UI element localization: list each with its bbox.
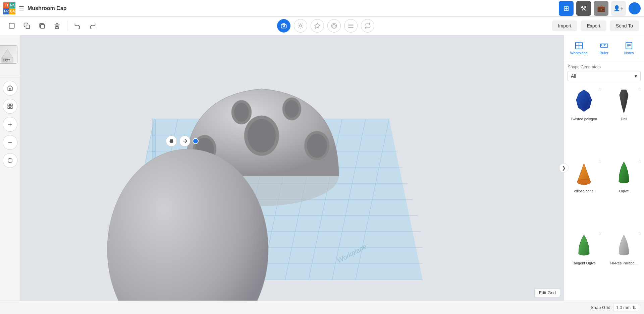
svg-rect-3 (41, 24, 45, 28)
copy-button[interactable] (20, 19, 34, 33)
view-cube-area: LEFT (0, 39, 22, 77)
ruler-button[interactable]: Ruler (592, 39, 616, 58)
star-button-3[interactable]: ☆ (598, 159, 602, 164)
notes-button[interactable]: Notes (617, 39, 641, 58)
shape-gen-value: All (571, 73, 576, 79)
viewport[interactable]: Workplane Edit Grid (20, 35, 564, 301)
shape-item-twisted-polygon[interactable]: ☆ Twisted polygon (564, 84, 604, 156)
svg-point-72 (234, 103, 249, 122)
left-sidebar: LEFT (0, 35, 20, 301)
shape-generators-header: Shape Generators (564, 61, 644, 71)
shape-name-hi-res-parabo: Hi-Res Parabo... (610, 261, 638, 265)
fit-view-button[interactable] (3, 99, 17, 114)
camera-view-button[interactable] (277, 19, 290, 33)
shape-name-ogive: Ogive (619, 189, 629, 193)
shape-thumb-ellipse-cone (571, 160, 597, 187)
snap-arrows-icon: ⇅ (632, 305, 636, 310)
svg-point-4 (283, 25, 284, 27)
svg-point-85 (193, 138, 198, 144)
shape-thumb-tangent-ogive (571, 232, 597, 259)
shape-name-drill: Drill (621, 117, 627, 121)
shape-thumb-ogive (610, 160, 637, 187)
shape-item-drill[interactable]: ☆ Drill (604, 84, 644, 156)
chevron-down-icon: ▾ (635, 73, 637, 79)
panel-collapse-button[interactable]: ❯ (559, 163, 569, 173)
svg-point-16 (331, 23, 336, 28)
circle-button[interactable] (327, 19, 341, 33)
toolbar-center-tools (101, 19, 550, 33)
right-panel: ❯ Workplane Ruler (564, 35, 644, 301)
toolbar-separator-1 (67, 21, 67, 31)
star-button-2[interactable]: ☆ (638, 86, 642, 92)
svg-point-70 (307, 134, 327, 158)
shape-item-ogive[interactable]: ☆ Ogive (604, 156, 644, 229)
isometric-button[interactable] (3, 153, 17, 168)
import-button[interactable]: Import (552, 20, 578, 31)
star-button-4[interactable]: ☆ (638, 159, 642, 164)
star-button-6[interactable]: ☆ (638, 231, 642, 236)
grid-view-icon[interactable]: ⊞ (559, 1, 574, 16)
light-button[interactable] (294, 19, 307, 33)
shape-item-hi-res-parabo[interactable]: ☆ Hi-Res Parabo... (604, 229, 644, 301)
home-button[interactable] (3, 81, 17, 96)
cube-box: LEFT (0, 45, 17, 64)
add-user-icon[interactable]: 👤+ (611, 1, 626, 16)
svg-rect-0 (9, 23, 14, 28)
svg-rect-27 (8, 107, 9, 109)
svg-point-6 (300, 25, 302, 27)
star-button-5[interactable]: ☆ (598, 231, 602, 236)
redo-button[interactable] (86, 19, 99, 33)
avatar-icon[interactable]: 👤 (629, 2, 641, 14)
svg-marker-21 (2, 50, 13, 58)
shape-button[interactable] (311, 19, 324, 33)
svg-point-74 (285, 100, 299, 118)
snap-value: 1.0 mm (616, 305, 631, 310)
edit-grid-button[interactable]: Edit Grid (534, 288, 560, 297)
star-button-1[interactable]: ☆ (598, 86, 602, 92)
view-cube[interactable]: LEFT (0, 45, 22, 70)
svg-rect-1 (26, 25, 30, 29)
svg-rect-25 (8, 104, 9, 106)
svg-text:LEFT: LEFT (3, 59, 10, 62)
shapes-grid: ☆ Twisted polygon (564, 84, 644, 301)
bottom-right-controls: Snap Grid 1.0 mm ⇅ (591, 304, 639, 311)
svg-point-66 (248, 119, 276, 152)
svg-line-9 (298, 24, 299, 24)
shape-thumb-hi-res-parabo (610, 232, 637, 259)
align-button[interactable] (344, 19, 358, 33)
toolbar: Import Export Send To (0, 17, 644, 35)
export-button[interactable]: Export (581, 20, 606, 31)
svg-marker-15 (315, 23, 320, 28)
workplane-label: Workplane (570, 51, 588, 55)
snap-grid-label: Snap Grid (591, 305, 610, 310)
send-to-button[interactable]: Send To (610, 20, 639, 31)
shape-name-ellipse-cone: ellipse cone (574, 189, 594, 193)
notes-label: Notes (624, 51, 634, 55)
logo: TI NK ER CA (3, 2, 15, 14)
svg-rect-26 (10, 104, 12, 106)
toolbar-actions: Import Export Send To (552, 20, 639, 31)
hamburger-menu[interactable]: ☰ (19, 5, 24, 12)
shape-generators-dropdown[interactable]: All ▾ (567, 71, 641, 81)
hammer-icon[interactable]: ⚒ (576, 1, 591, 16)
bottom-bar: Snap Grid 1.0 mm ⇅ (0, 301, 644, 314)
project-name[interactable]: Mushroom Cap (28, 5, 555, 11)
duplicate-button[interactable] (35, 19, 49, 33)
panel-top-icons: Workplane Ruler Notes (564, 35, 644, 61)
shape-item-tangent-ogive[interactable]: ☆ Tangent Ogive (564, 229, 604, 301)
svg-line-10 (302, 27, 303, 28)
briefcase-icon[interactable]: 💼 (594, 1, 608, 16)
shape-thumb-drill (610, 88, 637, 115)
zoom-out-button[interactable] (3, 135, 17, 150)
zoom-in-button[interactable] (3, 117, 17, 132)
undo-button[interactable] (71, 19, 84, 33)
svg-line-13 (298, 27, 299, 28)
viewport-canvas: Workplane (20, 35, 564, 301)
delete-button[interactable] (50, 19, 64, 33)
shape-item-ellipse-cone[interactable]: ☆ ellipse cone (564, 156, 604, 229)
topbar: TI NK ER CA ☰ Mushroom Cap ⊞ ⚒ 💼 👤+ 👤 (0, 0, 644, 17)
workplane-button[interactable]: Workplane (567, 39, 591, 58)
flip-button[interactable] (361, 19, 374, 33)
snap-grid-control[interactable]: 1.0 mm ⇅ (613, 304, 639, 311)
new-button[interactable] (5, 19, 18, 33)
